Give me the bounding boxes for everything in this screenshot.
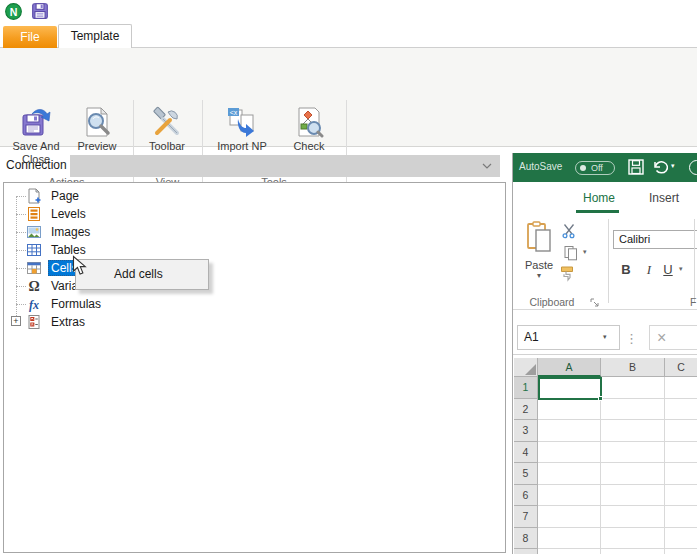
svg-text:fx: fx — [29, 298, 39, 312]
row-header-5[interactable]: 5 — [514, 463, 538, 485]
undo-icon[interactable] — [652, 160, 669, 174]
cell-A4[interactable] — [538, 442, 601, 464]
connection-select[interactable] — [70, 155, 500, 177]
dialog-launcher-icon[interactable] — [590, 298, 600, 308]
bold-button[interactable]: B — [617, 261, 635, 279]
format-painter-icon[interactable] — [559, 265, 576, 282]
cell-B4[interactable] — [601, 442, 665, 464]
row-header-3[interactable]: 3 — [514, 420, 538, 442]
tree-item-formulas[interactable]: fxFormulas — [4, 295, 304, 313]
cell-B6[interactable] — [601, 485, 665, 507]
grid-row-3: 3 — [514, 420, 697, 442]
paste-label: Paste — [517, 259, 561, 271]
tab-file[interactable]: File — [3, 26, 57, 48]
cell-A5[interactable] — [538, 463, 601, 485]
formula-bar-grip-icon[interactable]: ⋮ — [625, 331, 638, 346]
grid-row-5: 5 — [514, 463, 697, 485]
italic-button[interactable]: I — [640, 261, 658, 279]
underline-button[interactable]: U — [659, 261, 677, 279]
redo-icon[interactable] — [689, 160, 697, 175]
cancel-icon[interactable]: × — [657, 326, 666, 349]
autosave-label: AutoSave — [519, 161, 562, 172]
cell-B7[interactable] — [601, 506, 665, 528]
excel-tab-home[interactable]: Home — [575, 187, 623, 209]
svg-text:N: N — [10, 6, 18, 18]
cell-A6[interactable] — [538, 485, 601, 507]
cut-icon[interactable] — [561, 223, 577, 239]
tree-connector — [16, 286, 26, 287]
tree-item-levels[interactable]: Levels — [4, 205, 304, 223]
app-window: N File Template Save And Close — [0, 0, 697, 554]
cell-A8[interactable] — [538, 528, 601, 550]
cell-C2[interactable] — [665, 399, 697, 421]
cell-C9[interactable] — [665, 549, 697, 554]
connection-label: Connection — [6, 158, 67, 172]
row-header-2[interactable]: 2 — [514, 399, 538, 421]
mouse-cursor — [72, 255, 87, 276]
menu-item-add-cells[interactable]: Add cells — [76, 260, 208, 289]
tree-item-extras[interactable]: +Extras — [4, 313, 304, 331]
tree-item-page[interactable]: Page — [4, 187, 304, 205]
images-icon — [26, 224, 42, 240]
quick-save-icon[interactable] — [31, 2, 49, 20]
copy-icon[interactable] — [563, 245, 579, 261]
column-header-A[interactable]: A — [538, 358, 601, 377]
cell-A3[interactable] — [538, 420, 601, 442]
row-header-4[interactable]: 4 — [514, 442, 538, 464]
undo-dropdown-caret-icon[interactable]: ▾ — [671, 162, 675, 170]
expand-toggle-icon[interactable]: + — [11, 316, 21, 326]
cell-A9[interactable] — [538, 549, 601, 554]
cell-B3[interactable] — [601, 420, 665, 442]
paste-dropdown-caret-icon[interactable]: ▾ — [517, 271, 561, 280]
row-header-9[interactable]: 9 — [514, 549, 538, 554]
row-header-8[interactable]: 8 — [514, 528, 538, 550]
cell-B9[interactable] — [601, 549, 665, 554]
row-header-1[interactable]: 1 — [514, 377, 538, 399]
cell-C5[interactable] — [665, 463, 697, 485]
cells-icon — [26, 260, 42, 276]
font-name-select[interactable]: Calibri — [613, 230, 697, 249]
row-header-7[interactable]: 7 — [514, 506, 538, 528]
row-header-6[interactable]: 6 — [514, 485, 538, 507]
select-all-button[interactable] — [514, 358, 538, 377]
chevron-down-icon — [482, 163, 492, 169]
button-label: Save And — [12, 140, 59, 152]
app-ribbon: Save And Close Preview ▾ Toolbar — [0, 48, 697, 147]
autosave-toggle[interactable]: Off — [575, 161, 615, 175]
cell-A7[interactable] — [538, 506, 601, 528]
column-header-C[interactable]: C — [665, 358, 697, 377]
cell-C3[interactable] — [665, 420, 697, 442]
tree-item-label: Levels — [48, 206, 89, 222]
page-icon — [26, 188, 42, 204]
cell-A2[interactable] — [538, 399, 601, 421]
grid-row-7: 7 — [514, 506, 697, 528]
cell-B2[interactable] — [601, 399, 665, 421]
cell-C1[interactable] — [665, 377, 697, 399]
excel-tab-insert[interactable]: Insert — [640, 187, 688, 209]
save-icon[interactable] — [627, 158, 645, 176]
cell-B1[interactable] — [601, 377, 665, 399]
cell-C6[interactable] — [665, 485, 697, 507]
column-header-B[interactable]: B — [601, 358, 665, 377]
cell-A1[interactable] — [538, 377, 601, 399]
formula-input[interactable]: × — [649, 325, 697, 350]
underline-dropdown-caret-icon[interactable]: ▾ — [679, 265, 683, 273]
grid-row-6: 6 — [514, 485, 697, 507]
svg-text:<x: <x — [230, 109, 238, 116]
app-logo-icon: N — [5, 3, 22, 20]
tree-item-tables[interactable]: Tables — [4, 241, 304, 259]
copy-dropdown-caret-icon[interactable]: ▾ — [583, 248, 587, 256]
select-all-triangle-icon — [525, 364, 536, 375]
cell-B8[interactable] — [601, 528, 665, 550]
levels-icon — [26, 206, 42, 222]
cell-C4[interactable] — [665, 442, 697, 464]
tree-item-images[interactable]: Images — [4, 223, 304, 241]
name-box-caret-icon[interactable]: ▾ — [603, 333, 607, 341]
cell-C8[interactable] — [665, 528, 697, 550]
cell-C7[interactable] — [665, 506, 697, 528]
fill-handle[interactable] — [598, 396, 603, 401]
cell-B5[interactable] — [601, 463, 665, 485]
paste-button[interactable]: Paste ▾ — [517, 219, 561, 281]
tab-template[interactable]: Template — [58, 24, 132, 48]
tables-icon — [26, 242, 42, 258]
